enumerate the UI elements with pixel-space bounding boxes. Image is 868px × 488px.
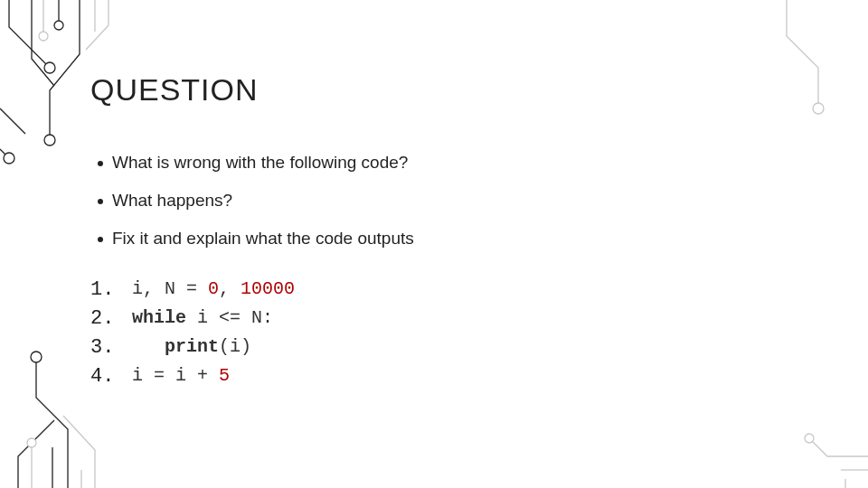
bullet-text: What happens? (112, 191, 232, 211)
line-number: 3. (90, 333, 132, 362)
code-text: while i <= N: (132, 305, 273, 333)
bullet-dot-icon (98, 161, 103, 166)
code-line: 2. while i <= N: (90, 305, 868, 333)
code-line: 3. print(i) (90, 333, 868, 362)
bullet-text: Fix it and explain what the code outputs (112, 229, 414, 249)
bullet-list: What is wrong with the following code? W… (98, 153, 868, 249)
bullet-text: What is wrong with the following code? (112, 153, 408, 173)
bullet-dot-icon (98, 199, 103, 204)
line-number: 1. (90, 276, 132, 305)
bullet-item: What is wrong with the following code? (98, 153, 868, 173)
bullet-item: Fix it and explain what the code outputs (98, 229, 868, 249)
slide-title: QUESTION (90, 72, 868, 108)
line-number: 2. (90, 305, 132, 333)
code-text: print(i) (132, 333, 251, 362)
code-text: i = i + 5 (132, 362, 230, 391)
line-number: 4. (90, 362, 132, 391)
code-line: 4. i = i + 5 (90, 362, 868, 391)
bullet-dot-icon (98, 237, 103, 242)
code-block: 1. i, N = 0, 10000 2. while i <= N: 3. p… (90, 276, 868, 391)
slide: QUESTION What is wrong with the followin… (0, 0, 868, 488)
code-line: 1. i, N = 0, 10000 (90, 276, 868, 305)
code-text: i, N = 0, 10000 (132, 276, 295, 305)
bullet-item: What happens? (98, 191, 868, 211)
